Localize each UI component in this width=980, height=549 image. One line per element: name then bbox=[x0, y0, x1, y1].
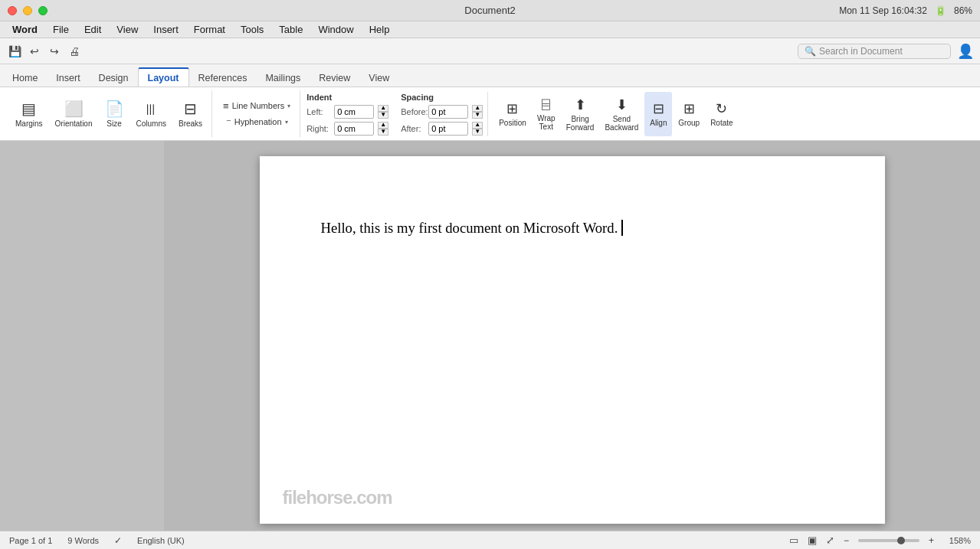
position-icon: ⊞ bbox=[506, 100, 518, 117]
fullscreen-button[interactable] bbox=[38, 6, 48, 15]
minimize-button[interactable] bbox=[23, 6, 32, 15]
bring-forward-icon: ⬆ bbox=[575, 96, 586, 113]
send-backward-icon: ⬇ bbox=[616, 96, 628, 113]
title-bar-left bbox=[8, 6, 48, 15]
focus-mode-icon[interactable]: ⤢ bbox=[826, 534, 834, 546]
spacing-before-row: Before: 0 pt ▲ ▼ bbox=[401, 105, 483, 119]
arrange-group: ⊞ Position ⌸ WrapText ⬆ BringForward ⬇ S… bbox=[490, 92, 742, 136]
indent-left-spinner: ▲ ▼ bbox=[378, 105, 388, 119]
document-content[interactable]: Hello, this is my first document on Micr… bbox=[321, 217, 824, 239]
indent-left-label: Left: bbox=[306, 107, 331, 116]
size-icon: 📄 bbox=[105, 100, 124, 118]
indent-right-down[interactable]: ▼ bbox=[378, 129, 388, 136]
align-icon: ⊟ bbox=[653, 100, 664, 117]
group-button[interactable]: ⊞ Group bbox=[674, 92, 704, 136]
battery-icon: 🔋 bbox=[935, 5, 946, 16]
tab-design[interactable]: Design bbox=[90, 69, 138, 87]
save-button[interactable]: 💾 bbox=[6, 43, 23, 60]
thumbnail-panel bbox=[0, 141, 164, 531]
zoom-out-icon[interactable]: − bbox=[844, 535, 849, 546]
position-button[interactable]: ⊞ Position bbox=[494, 92, 531, 136]
spacing-title: Spacing bbox=[401, 93, 483, 102]
mac-menu-bar: Word File Edit View Insert Format Tools … bbox=[0, 21, 980, 38]
tab-home[interactable]: Home bbox=[3, 69, 47, 87]
menu-table[interactable]: Table bbox=[273, 22, 309, 37]
menu-tools[interactable]: Tools bbox=[234, 22, 270, 37]
layout-single-icon[interactable]: ▭ bbox=[789, 534, 798, 546]
document-area: Hello, this is my first document on Micr… bbox=[0, 141, 980, 531]
indent-left-row: Left: 0 cm ▲ ▼ bbox=[306, 105, 388, 119]
indent-right-label: Right: bbox=[306, 124, 331, 133]
indent-spacing-section: Indent Left: 0 cm ▲ ▼ Right: 0 cm ▲ ▼ bbox=[302, 92, 488, 136]
menu-view[interactable]: View bbox=[110, 22, 144, 37]
watermark: filehorse.com bbox=[283, 487, 392, 508]
rotate-button[interactable]: ↻ Rotate bbox=[706, 92, 737, 136]
zoom-in-icon[interactable]: + bbox=[929, 535, 934, 546]
undo-button[interactable]: ↩ bbox=[26, 43, 43, 60]
menu-file[interactable]: File bbox=[47, 22, 75, 37]
menu-format[interactable]: Format bbox=[188, 22, 231, 37]
user-profile-icon[interactable]: 👤 bbox=[957, 43, 974, 60]
menu-edit[interactable]: Edit bbox=[78, 22, 107, 37]
search-placeholder: Search in Document bbox=[819, 46, 903, 57]
indent-right-input[interactable]: 0 cm bbox=[334, 122, 374, 136]
document-page: Hello, this is my first document on Micr… bbox=[260, 156, 885, 524]
tab-insert[interactable]: Insert bbox=[47, 69, 89, 87]
quick-access-toolbar: 💾 ↩ ↪ 🖨 bbox=[6, 43, 83, 60]
indent-left-input[interactable]: 0 cm bbox=[334, 105, 374, 119]
spacing-after-input[interactable]: 0 pt bbox=[428, 122, 468, 136]
breaks-button[interactable]: ⊟ Breaks bbox=[174, 92, 207, 136]
spacing-after-spinner: ▲ ▼ bbox=[472, 122, 483, 136]
zoom-slider[interactable] bbox=[858, 539, 919, 542]
page-setup-group: ▤ Margins ⬜ Orientation 📄 Size ⫼ Columns… bbox=[6, 90, 212, 137]
tab-layout[interactable]: Layout bbox=[138, 67, 189, 87]
line-numbers-button[interactable]: ≡ Line Numbers ▾ bbox=[218, 99, 295, 113]
spacing-before-down[interactable]: ▼ bbox=[472, 112, 483, 119]
wrap-text-icon: ⌸ bbox=[542, 96, 550, 113]
search-bar[interactable]: 🔍 Search in Document bbox=[798, 44, 951, 59]
spacing-after-down[interactable]: ▼ bbox=[472, 129, 483, 136]
hyphenation-icon: ⁻ bbox=[226, 116, 231, 128]
menu-insert[interactable]: Insert bbox=[147, 22, 185, 37]
indent-group: Indent Left: 0 cm ▲ ▼ Right: 0 cm ▲ ▼ bbox=[306, 93, 388, 136]
tab-view[interactable]: View bbox=[359, 69, 398, 87]
columns-button[interactable]: ⫼ Columns bbox=[132, 92, 171, 136]
spacing-before-input[interactable]: 0 pt bbox=[428, 105, 468, 119]
system-time: Mon 11 Sep 16:04:32 bbox=[839, 5, 927, 16]
spacing-group: Spacing Before: 0 pt ▲ ▼ After: 0 pt ▲ ▼ bbox=[401, 93, 483, 136]
menu-window[interactable]: Window bbox=[312, 22, 359, 37]
search-icon: 🔍 bbox=[805, 46, 816, 57]
layout-multi-icon[interactable]: ▣ bbox=[808, 534, 817, 546]
hyphenation-button[interactable]: ⁻ Hyphenation ▾ bbox=[221, 115, 293, 129]
language[interactable]: English (UK) bbox=[137, 536, 185, 545]
spacing-after-row: After: 0 pt ▲ ▼ bbox=[401, 122, 483, 136]
line-numbers-group: ≡ Line Numbers ▾ ⁻ Hyphenation ▾ bbox=[214, 90, 300, 137]
margins-button[interactable]: ▤ Margins bbox=[11, 92, 48, 136]
spell-check-icon[interactable]: ✓ bbox=[114, 535, 122, 546]
ribbon-tab-bar: Home Insert Design Layout References Mai… bbox=[0, 64, 980, 87]
indent-left-down[interactable]: ▼ bbox=[378, 112, 388, 119]
app-name[interactable]: Word bbox=[6, 22, 44, 37]
send-backward-button[interactable]: ⬇ SendBackward bbox=[600, 92, 643, 136]
align-button[interactable]: ⊟ Align bbox=[644, 92, 672, 136]
menu-help[interactable]: Help bbox=[363, 22, 396, 37]
redo-button[interactable]: ↪ bbox=[46, 43, 63, 60]
battery-percent: 86% bbox=[954, 5, 972, 16]
tab-references[interactable]: References bbox=[189, 69, 257, 87]
spacing-after-label: After: bbox=[401, 124, 425, 133]
tab-mailings[interactable]: Mailings bbox=[256, 69, 310, 87]
bring-forward-button[interactable]: ⬆ BringForward bbox=[562, 92, 599, 136]
spacing-before-label: Before: bbox=[401, 107, 425, 116]
zoom-level[interactable]: 158% bbox=[943, 536, 971, 545]
size-button[interactable]: 📄 Size bbox=[100, 92, 129, 136]
hyphenation-arrow: ▾ bbox=[285, 119, 288, 126]
tab-review[interactable]: Review bbox=[310, 69, 359, 87]
rotate-icon: ↻ bbox=[716, 100, 727, 117]
title-bar: Document2 Mon 11 Sep 16:04:32 🔋 86% bbox=[0, 0, 980, 21]
orientation-button[interactable]: ⬜ Orientation bbox=[51, 92, 97, 136]
close-button[interactable] bbox=[8, 6, 17, 15]
print-button[interactable]: 🖨 bbox=[66, 43, 83, 60]
document-scroll-area[interactable]: Hello, this is my first document on Micr… bbox=[164, 141, 980, 531]
toolbar-row: 💾 ↩ ↪ 🖨 🔍 Search in Document 👤 bbox=[0, 38, 980, 64]
wrap-text-button[interactable]: ⌸ WrapText bbox=[533, 92, 560, 136]
